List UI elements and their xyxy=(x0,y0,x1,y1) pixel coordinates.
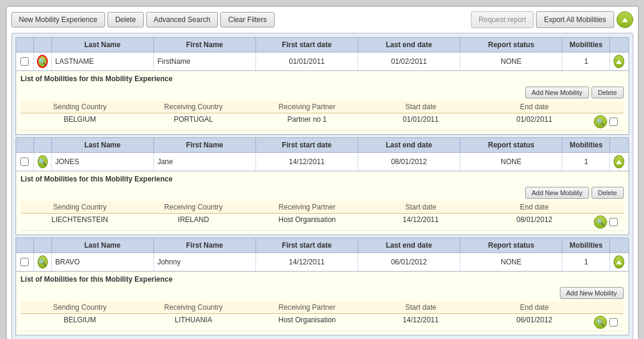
first-start-date-col-header: First start date xyxy=(256,38,358,52)
row-search-cell[interactable]: 🔍 xyxy=(34,53,52,70)
first-name-col-header: First Name xyxy=(154,138,256,152)
receiving-partner-header: Receiving Partner xyxy=(250,303,363,312)
checkbox-col-header xyxy=(16,38,34,52)
row-checkbox[interactable] xyxy=(20,57,29,66)
end-date-cell: 06/01/2012 xyxy=(477,316,591,329)
sublist-row: BELGIUM LITHUANIA Host Organisation 14/1… xyxy=(21,314,624,331)
last-name-cell: LASTNAME xyxy=(52,53,154,70)
sublist-header-row: Sending Country Receiving Country Receiv… xyxy=(21,101,624,113)
checkbox-col-header xyxy=(16,138,34,152)
end-date-header: End date xyxy=(477,103,591,111)
chevron-up-icon xyxy=(616,260,622,264)
row-checkbox-cell[interactable] xyxy=(16,253,34,271)
expand-col-header xyxy=(610,38,628,52)
expand-col-header xyxy=(610,238,628,252)
row-search-cell[interactable]: 🔍 xyxy=(34,253,52,271)
record-block-1: Last Name First Name First start date La… xyxy=(16,37,629,135)
sublist-actions: Add New Mobility Delete xyxy=(21,87,624,98)
mobilities-col-header: Mobilities xyxy=(562,38,610,52)
sublist-delete-button[interactable]: Delete xyxy=(591,187,624,199)
end-date-cell: 01/02/2011 xyxy=(477,115,591,128)
toolbar: New Mobility Experience Delete Advanced … xyxy=(11,11,633,28)
end-date-cell: 08/01/2012 xyxy=(477,215,591,229)
sublist-delete-button[interactable]: Delete xyxy=(591,87,624,98)
row-search-cell[interactable]: 🔍 xyxy=(34,153,52,171)
sublist-search-button[interactable]: 🔍 xyxy=(594,215,607,229)
expand-col-header xyxy=(610,138,628,152)
row-search-button[interactable]: 🔍 xyxy=(37,55,48,68)
row-search-button[interactable]: 🔍 xyxy=(38,155,48,168)
last-end-date-cell: 06/01/2012 xyxy=(358,253,460,271)
sublist-search-button[interactable]: 🔍 xyxy=(594,316,607,329)
search-col-header xyxy=(34,38,52,52)
add-new-mobility-button[interactable]: Add New Mobility xyxy=(525,187,589,199)
sending-country-header: Sending Country xyxy=(23,203,137,211)
last-name-col-header: Last Name xyxy=(52,38,154,52)
receiving-country-header: Receiving Country xyxy=(137,203,250,211)
column-header-row-3: Last Name First Name First start date La… xyxy=(16,238,629,253)
sublist-actions-header xyxy=(591,203,621,211)
receiving-partner-cell: Partner no 1 xyxy=(250,115,363,128)
mobilities-col-header: Mobilities xyxy=(562,138,610,152)
first-start-date-col-header: First start date xyxy=(256,238,358,252)
chevron-up-icon xyxy=(616,160,622,164)
sublist-header-row: Sending Country Receiving Country Receiv… xyxy=(21,301,624,314)
mobility-sublist-1: List of Mobilities for this Mobility Exp… xyxy=(16,71,629,135)
start-date-header: Start date xyxy=(364,103,477,111)
receiving-country-cell: PORTUGAL xyxy=(137,115,250,128)
expand-cell[interactable] xyxy=(610,153,628,171)
expand-button[interactable] xyxy=(614,55,624,68)
row-checkbox[interactable] xyxy=(20,158,29,166)
expand-button[interactable] xyxy=(614,155,624,168)
start-date-header: Start date xyxy=(364,203,477,211)
mobility-sublist-2: List of Mobilities for this Mobility Exp… xyxy=(16,171,629,235)
toolbar-left: New Mobility Experience Delete Advanced … xyxy=(11,12,469,27)
sublist-row-checkbox[interactable] xyxy=(609,118,618,126)
first-name-col-header: First Name xyxy=(154,238,256,252)
end-date-header: End date xyxy=(477,203,591,211)
report-status-cell: NONE xyxy=(460,153,562,171)
expand-cell[interactable] xyxy=(610,53,628,70)
sublist-title: List of Mobilities for this Mobility Exp… xyxy=(21,275,624,283)
advanced-search-button[interactable]: Advanced Search xyxy=(146,12,218,27)
sublist-actions-header xyxy=(591,103,621,111)
sending-country-cell: BELGIUM xyxy=(23,316,137,329)
chevron-up-icon xyxy=(622,18,628,22)
column-header-row: Last Name First Name First start date La… xyxy=(16,37,629,53)
new-mobility-button[interactable]: New Mobility Experience xyxy=(11,12,105,27)
sublist-title: List of Mobilities for this Mobility Exp… xyxy=(21,75,624,83)
report-status-cell: NONE xyxy=(460,253,562,271)
checkbox-col-header xyxy=(16,238,34,252)
receiving-country-cell: LITHUANIA xyxy=(137,316,250,329)
report-status-col-header: Report status xyxy=(460,38,562,52)
add-new-mobility-button[interactable]: Add New Mobility xyxy=(560,287,624,299)
mobility-sublist-3: List of Mobilities for this Mobility Exp… xyxy=(16,272,629,335)
clear-filters-button[interactable]: Clear Filters xyxy=(220,12,275,27)
row-checkbox-cell[interactable] xyxy=(16,153,34,171)
start-date-header: Start date xyxy=(364,303,477,312)
add-new-mobility-button[interactable]: Add New Mobility xyxy=(525,87,589,98)
receiving-partner-cell: Host Organisation xyxy=(250,316,363,329)
first-name-cell: Jane xyxy=(154,153,256,171)
mobilities-count-cell: 1 xyxy=(562,53,610,70)
toolbar-chevron-up-button[interactable] xyxy=(617,11,633,28)
mobilities-count-cell: 1 xyxy=(562,253,610,271)
search-icon: 🔍 xyxy=(38,58,47,66)
row-checkbox[interactable] xyxy=(20,258,29,266)
first-start-date-col-header: First start date xyxy=(256,138,358,152)
first-start-date-cell: 01/01/2011 xyxy=(256,53,358,70)
sending-country-cell: LIECHTENSTEIN xyxy=(23,215,137,229)
sublist-title: List of Mobilities for this Mobility Exp… xyxy=(21,175,624,183)
sublist-search-button[interactable]: 🔍 xyxy=(594,115,607,128)
row-checkbox-cell[interactable] xyxy=(16,53,34,70)
receiving-partner-header: Receiving Partner xyxy=(250,103,363,111)
expand-button[interactable] xyxy=(614,255,624,269)
first-name-cell: Johnny xyxy=(154,253,256,271)
row-search-button[interactable]: 🔍 xyxy=(38,255,48,269)
delete-button[interactable]: Delete xyxy=(107,12,144,27)
export-all-button[interactable]: Export All Mobilities xyxy=(536,11,614,28)
sublist-row-checkbox[interactable] xyxy=(609,218,618,226)
expand-cell[interactable] xyxy=(610,253,628,271)
search-icon: 🔍 xyxy=(38,258,47,266)
sublist-row-checkbox[interactable] xyxy=(609,318,618,326)
